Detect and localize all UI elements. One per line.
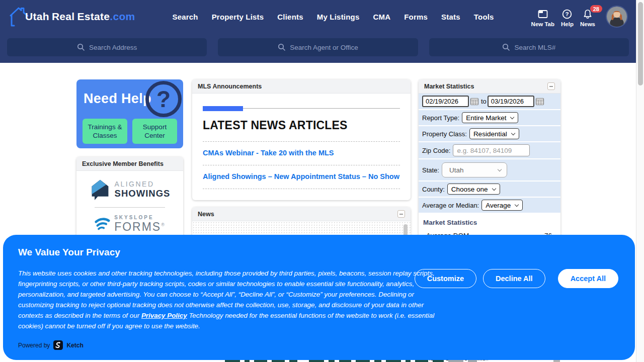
privacy-policy-link[interactable]: Privacy Policy	[141, 312, 187, 319]
date-range-row: to	[419, 94, 560, 109]
nav-item-clients[interactable]: Clients	[277, 13, 303, 21]
date-from-input[interactable]	[422, 96, 469, 107]
average-median-select[interactable]: Average	[481, 200, 523, 211]
nav-item-search[interactable]: Search	[172, 13, 198, 21]
county-row: County: Choose one	[419, 182, 560, 197]
customize-button[interactable]: Customize	[415, 269, 476, 288]
main-nav: Search Property Lists Clients My Listing…	[172, 13, 494, 21]
member-benefits-header: Exclusive Member Benefits	[76, 157, 183, 171]
nav-item-cma[interactable]: CMA	[373, 13, 390, 21]
privacy-consent-banner: We Value Your Privacy This website uses …	[3, 235, 635, 360]
new-tab-label: New Tab	[531, 21, 554, 27]
panel-scrollbar-fragment	[553, 360, 560, 362]
search-agent-office-input[interactable]: Search Agent or Office	[218, 38, 418, 56]
decline-all-button[interactable]: Decline All	[483, 269, 545, 288]
nav-item-forms[interactable]: Forms	[404, 13, 428, 21]
chevron-down-icon	[498, 167, 502, 171]
site-logo[interactable]: UtahRealEstate.com	[8, 6, 135, 28]
search-mls-input[interactable]: Search MLS#	[429, 38, 629, 56]
report-type-row: Report Type: Entire Market	[419, 110, 560, 125]
aligned-wordmark-bottom: SHOWINGS	[115, 188, 171, 199]
report-type-label: Report Type:	[422, 114, 459, 122]
need-help-title: Need Help	[84, 91, 151, 107]
support-center-button[interactable]: Support Center	[132, 119, 177, 144]
need-help-card: Need Help ? Trainings & Classes Support …	[76, 79, 183, 148]
property-class-select[interactable]: Residential	[469, 128, 519, 139]
search-icon	[502, 43, 510, 51]
market-statistics-results-heading: Market Statistics	[423, 219, 556, 226]
calendar-icon	[535, 97, 544, 106]
collapse-icon[interactable]	[547, 82, 555, 90]
news-article-link[interactable]: Aligned Showings – New Appointment Statu…	[203, 172, 400, 180]
new-tab-icon	[537, 9, 549, 20]
skyslope-wordmark-top: SKYSLOPE	[114, 215, 166, 220]
county-select[interactable]: Choose one	[447, 184, 500, 195]
market-statistics-title: Market Statistics	[424, 83, 474, 90]
privacy-banner-buttons: Customize Decline All Accept All	[415, 269, 618, 288]
powered-by-ketch[interactable]: Powered by Ketch	[18, 340, 84, 350]
progress-bar-decoration	[203, 106, 400, 111]
dashed-divider	[203, 189, 400, 189]
search-icon	[278, 43, 286, 51]
property-class-row: Property Class: Residential	[419, 126, 560, 141]
registered-mark: ®	[161, 222, 166, 227]
market-statistics-card: Market Statistics to	[419, 79, 560, 241]
news-card-title: News	[198, 211, 214, 218]
new-tab-button[interactable]: New Tab	[531, 6, 554, 27]
skyslope-forms-logo[interactable]: SKYSLOPE FORMS®	[76, 208, 183, 238]
ketch-label: Ketch	[66, 342, 83, 349]
aligned-wordmark-top: ALIGNED	[115, 180, 171, 188]
header-actions: New Tab ? Help 28 News	[531, 6, 628, 28]
date-to-input[interactable]	[488, 96, 534, 107]
top-navigation-bar: UtahRealEstate.com Search Property Lists…	[0, 0, 636, 63]
news-label: News	[580, 21, 595, 27]
powered-by-label: Powered by	[18, 342, 50, 349]
calendar-button[interactable]	[469, 97, 480, 106]
user-avatar[interactable]	[606, 6, 628, 28]
ketch-logo-icon	[53, 340, 63, 350]
latest-news-heading: LATEST NEWS ARTICLES	[203, 119, 400, 132]
news-article-link[interactable]: CMAs Webinar - Take 20 with the MLS	[203, 149, 400, 157]
news-button[interactable]: 28 News	[580, 6, 595, 27]
trainings-classes-button[interactable]: Trainings & Classes	[83, 119, 127, 144]
nav-item-stats[interactable]: Stats	[441, 13, 460, 21]
aligned-showings-icon	[90, 178, 111, 201]
news-badge: 28	[590, 5, 602, 13]
skyslope-wordmark-bottom: FORMS	[114, 220, 161, 233]
aligned-showings-logo[interactable]: ALIGNED SHOWINGS	[76, 171, 183, 207]
calendar-button[interactable]	[534, 97, 545, 106]
dashed-divider	[203, 165, 400, 165]
average-median-label: Average or Median:	[422, 202, 479, 209]
member-benefits-card: Exclusive Member Benefits ALIGNED SHOWIN…	[76, 157, 183, 238]
zip-code-row: Zip Code:	[419, 142, 560, 158]
nav-item-tools[interactable]: Tools	[474, 13, 494, 21]
skyslope-icon	[94, 217, 110, 232]
property-class-label: Property Class:	[422, 130, 467, 138]
dashed-divider	[203, 141, 400, 142]
accept-all-button[interactable]: Accept All	[558, 269, 618, 288]
report-type-select[interactable]: Entire Market	[462, 112, 518, 123]
zip-code-input[interactable]	[453, 144, 530, 156]
nav-item-my-listings[interactable]: My Listings	[317, 13, 360, 21]
state-select[interactable]: Utah	[442, 162, 507, 177]
state-row: State: Utah	[419, 159, 560, 180]
chevron-down-icon	[515, 202, 519, 206]
search-mls-placeholder: Search MLS#	[514, 44, 555, 51]
question-mark-icon: ?	[145, 81, 182, 117]
svg-text:?: ?	[566, 11, 569, 17]
chevron-down-icon	[510, 115, 514, 119]
search-address-input[interactable]: Search Address	[7, 38, 207, 56]
search-icon	[77, 43, 85, 51]
collapse-icon[interactable]	[397, 210, 405, 218]
search-address-placeholder: Search Address	[89, 44, 137, 51]
chevron-down-icon	[511, 131, 515, 135]
page-scrollbar-thumb[interactable]	[638, 2, 643, 85]
nav-item-property-lists[interactable]: Property Lists	[212, 13, 264, 21]
logo-text: UtahRealEstate.com	[25, 11, 135, 23]
help-button[interactable]: ? Help	[561, 6, 574, 27]
help-label: Help	[561, 21, 574, 27]
average-median-row: Average or Median: Average	[419, 198, 560, 213]
privacy-banner-body: This website uses cookies and other trac…	[18, 268, 449, 331]
zip-code-label: Zip Code:	[422, 147, 450, 154]
chevron-down-icon	[492, 186, 496, 190]
